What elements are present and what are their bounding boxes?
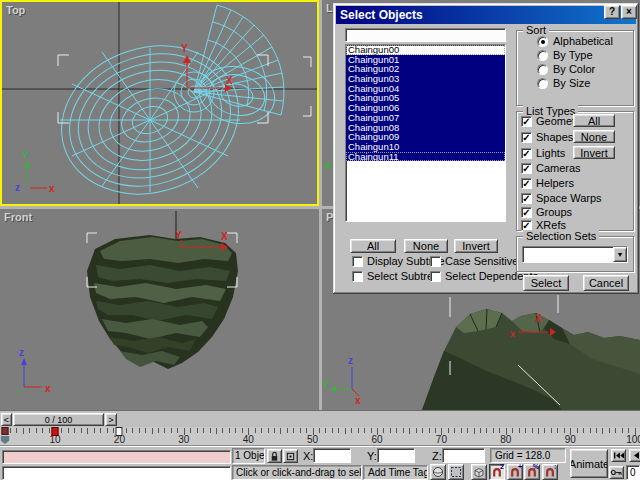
trackbar-key-frame-10[interactable] [52, 427, 59, 436]
listtype-label[interactable]: Lights [536, 147, 565, 159]
track-bar[interactable]: 102030405060708090100 [0, 427, 640, 446]
list-types-all-button[interactable]: All [573, 114, 615, 127]
chaingun-shaded-mesh [87, 235, 238, 369]
dialog-option-check-3[interactable] [430, 271, 441, 282]
none-button[interactable]: None [404, 239, 448, 253]
list-types-none-button[interactable]: None [573, 130, 615, 143]
animate-button[interactable]: Animate [570, 449, 608, 478]
listtype-label[interactable]: Shapes [536, 131, 573, 143]
time-slider-next-button[interactable]: > [105, 413, 117, 426]
previous-frame-button[interactable] [629, 449, 640, 462]
absolute-offset-mode-button[interactable] [283, 449, 298, 463]
selection-sets-combo[interactable]: ▼ [522, 246, 628, 263]
dialog-option-check-1[interactable] [430, 256, 441, 267]
degradation-override-button[interactable] [430, 464, 446, 480]
sort-radio-0[interactable] [537, 36, 548, 47]
sort-option-label[interactable]: Alphabetical [553, 35, 613, 47]
sort-radio-3[interactable] [537, 78, 548, 89]
dialog-help-button[interactable]: ? [604, 5, 620, 19]
front-viewport-scene: Y X z x [0, 209, 319, 410]
listtype-check-5[interactable] [521, 193, 532, 204]
listtype-label[interactable]: Cameras [536, 162, 581, 174]
all-button[interactable]: All [350, 239, 396, 253]
svg-text:Y: Y [175, 230, 182, 241]
maxscript-mini-listener[interactable] [2, 466, 231, 480]
viewport-axis-icon: z x [13, 347, 51, 398]
dialog-option-label[interactable]: Select Subtree [367, 270, 439, 282]
add-time-tag-button[interactable]: Add Time Tag [363, 465, 428, 480]
list-types-invert-button[interactable]: Invert [573, 146, 615, 159]
trackbar-tick [486, 428, 487, 433]
trackbar-tick [164, 428, 165, 433]
trackbar-tick [557, 428, 558, 433]
listtype-check-2[interactable] [521, 148, 532, 159]
dialog-option-label[interactable]: Case Sensitive [445, 255, 518, 267]
angle-snap-button[interactable]: + [507, 464, 523, 480]
time-slider-handle[interactable]: 0 / 100 [13, 413, 104, 426]
trackbar-tick [429, 428, 430, 433]
sort-radio-1[interactable] [537, 50, 548, 61]
trackbar-tick [107, 428, 108, 433]
trackbar-key-frame-0[interactable] [2, 427, 9, 435]
status-bar: 1 Obje X: Y: Z: Grid = 128.0 Animate [0, 446, 640, 480]
listtype-label[interactable]: Helpers [536, 177, 574, 189]
combo-dropdown-arrow-icon[interactable]: ▼ [613, 247, 627, 262]
trackbar-tick [216, 428, 217, 434]
object-name-filter-input[interactable] [345, 28, 506, 42]
sort-option-label[interactable]: By Color [553, 63, 595, 75]
listtype-check-6[interactable] [521, 207, 532, 218]
dialog-titlebar[interactable]: Select Objects [336, 6, 636, 24]
viewport-front-label[interactable]: Front [4, 211, 32, 223]
dialog-option-check-2[interactable] [352, 271, 363, 282]
cancel-button[interactable]: Cancel [583, 275, 629, 291]
trackbar-current-frame-caret[interactable] [1, 436, 10, 444]
trackbar-tick [152, 428, 153, 434]
time-slider-prev-button[interactable]: < [1, 413, 12, 426]
viewport-front[interactable]: Y X z x Front [0, 209, 319, 410]
listtype-label[interactable]: Groups [536, 206, 572, 218]
trackbar-tick [364, 428, 365, 433]
x-coordinate-field[interactable] [313, 448, 351, 463]
sort-radio-2[interactable] [537, 64, 548, 75]
percent-snap-button[interactable]: % [524, 464, 540, 480]
sort-option-label[interactable]: By Type [553, 49, 593, 61]
crossing-selection-button[interactable] [448, 464, 464, 480]
listtype-check-0[interactable] [521, 116, 532, 127]
listtype-check-4[interactable] [521, 178, 532, 189]
object-list[interactable]: Chaingun00Chaingun01Chaingun02Chaingun03… [345, 44, 506, 222]
listtype-check-1[interactable] [521, 132, 532, 143]
listtype-check-3[interactable] [521, 163, 532, 174]
viewport-top-label[interactable]: Top [6, 4, 25, 16]
sort-option-label[interactable]: By Size [553, 77, 590, 89]
current-frame-field[interactable]: 0 [626, 465, 640, 480]
svg-text:Y: Y [181, 43, 188, 54]
invert-button[interactable]: Invert [454, 239, 498, 253]
sort-group-label: Sort [523, 24, 549, 36]
y-coordinate-field[interactable] [377, 448, 415, 463]
trackbar-key-frame-20[interactable] [116, 427, 123, 436]
snap-cube-button[interactable] [471, 464, 487, 480]
key-mode-toggle-button[interactable] [609, 466, 624, 479]
macro-recorder-mini-listener[interactable] [2, 450, 231, 464]
trackbar-tick [590, 428, 591, 433]
trackbar-tick [113, 428, 114, 433]
lock-icon [269, 451, 280, 462]
degradation-override-icon [432, 466, 444, 478]
object-list-item[interactable]: Chaingun11 [346, 152, 505, 162]
viewport-top[interactable]: Y X Y z x Top [0, 0, 319, 206]
svg-text:Y: Y [22, 150, 29, 161]
trackbar-tick-label: 50 [307, 434, 318, 445]
dialog-option-check-0[interactable] [352, 256, 363, 267]
chaingun-shaded-mesh [422, 309, 640, 410]
z-coordinate-field[interactable] [442, 448, 485, 463]
lock-selection-button[interactable] [267, 449, 282, 463]
spinner-snap-button[interactable]: ↕ [542, 464, 558, 480]
snap-toggle-button[interactable]: 2 [489, 464, 505, 480]
dialog-close-button[interactable]: × [621, 5, 637, 19]
trackbar-tick [332, 428, 333, 433]
select-button[interactable]: Select [523, 275, 569, 291]
trackbar-tick [583, 428, 584, 433]
listtype-label[interactable]: Space Warps [536, 192, 602, 204]
go-to-start-button[interactable] [611, 449, 626, 462]
trackbar-tick [94, 428, 95, 433]
